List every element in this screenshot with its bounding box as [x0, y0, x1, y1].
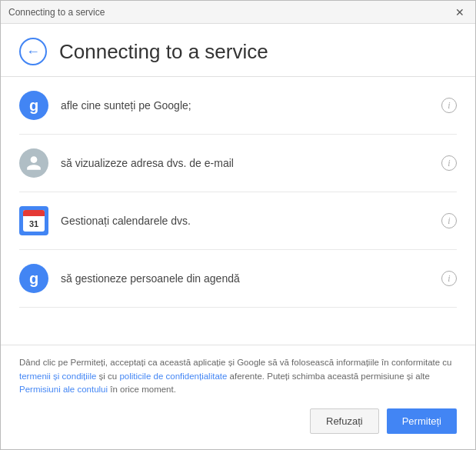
- title-bar: Connecting to a service ✕: [1, 1, 475, 24]
- permission-text-know-you: afle cine sunteți pe Google;: [61, 99, 429, 112]
- permission-item-calendar: 31 Gestionați calendarele dvs. i: [19, 192, 457, 250]
- window: Connecting to a service ✕ ← Connecting t…: [0, 0, 476, 450]
- calendar-badge: 31: [23, 210, 45, 232]
- permissions-link[interactable]: Permisiuni ale contului: [19, 385, 108, 394]
- footer-text-after: aferente. Puteți schimba această permisi…: [227, 372, 429, 381]
- title-bar-text: Connecting to a service: [8, 7, 105, 18]
- button-row: Refuzați Permiteți: [19, 408, 457, 434]
- info-button-email[interactable]: i: [441, 155, 457, 171]
- permission-item-know-you: g afle cine sunteți pe Google; i: [19, 77, 457, 135]
- footer-text-before-link1: Dând clic pe Permiteți, acceptați ca ace…: [19, 358, 452, 367]
- info-button-know-you[interactable]: i: [441, 98, 457, 113]
- google-icon-know-you: g: [19, 91, 48, 120]
- refuse-button[interactable]: Refuzați: [310, 408, 379, 434]
- permissions-list: g afle cine sunteți pe Google; i să vizu…: [1, 77, 475, 345]
- google-icon-contacts: g: [19, 264, 48, 293]
- footer-text-end: în orice moment.: [108, 385, 176, 394]
- close-button[interactable]: ✕: [452, 5, 468, 19]
- privacy-link[interactable]: politicile de confidențialitate: [119, 372, 227, 381]
- permission-text-contacts: să gestioneze persoanele din agendă: [61, 272, 429, 285]
- back-button[interactable]: ←: [19, 38, 47, 65]
- back-arrow-icon: ←: [26, 45, 40, 58]
- footer: Dând clic pe Permiteți, acceptați ca ace…: [1, 345, 475, 449]
- user-icon-email: [19, 148, 48, 178]
- info-button-calendar[interactable]: i: [441, 213, 457, 228]
- allow-button[interactable]: Permiteți: [387, 408, 457, 434]
- terms-link[interactable]: termenii și condițiile: [19, 372, 96, 381]
- permission-text-email: să vizualizeze adresa dvs. de e-mail: [61, 157, 429, 169]
- footer-text: Dând clic pe Permiteți, acceptați ca ace…: [19, 356, 457, 396]
- header: ← Connecting to a service: [1, 24, 475, 77]
- calendar-top: [23, 210, 45, 216]
- page-title: Connecting to a service: [59, 40, 268, 64]
- footer-text-between: și cu: [96, 372, 119, 381]
- permission-text-calendar: Gestionați calendarele dvs.: [61, 215, 429, 227]
- person-svg: [25, 155, 42, 172]
- permission-item-contacts: g să gestioneze persoanele din agendă i: [19, 250, 457, 308]
- calendar-icon-wrapper: 31: [19, 206, 48, 235]
- info-button-contacts[interactable]: i: [441, 271, 457, 286]
- permission-item-email: să vizualizeze adresa dvs. de e-mail i: [19, 135, 457, 192]
- calendar-number: 31: [23, 216, 45, 232]
